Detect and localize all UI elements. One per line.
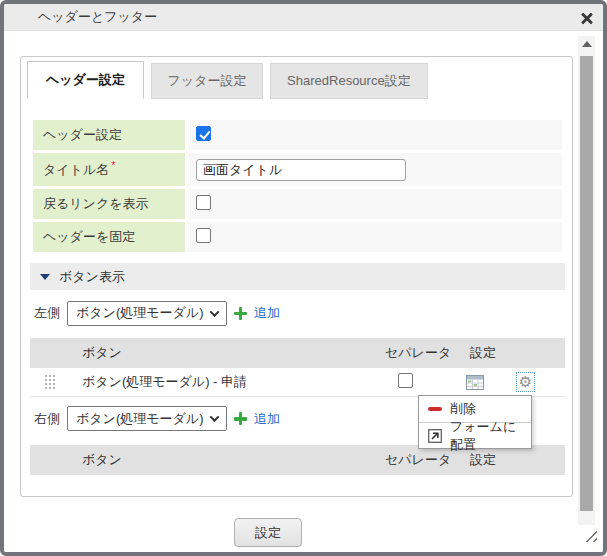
separator-checkbox[interactable] [398,373,413,388]
tab-sharedresource-settings[interactable]: SharedResource設定 [270,63,428,99]
delete-label: 削除 [450,400,476,418]
left-side-label: 左側 [34,304,60,322]
add-plus-icon [234,412,247,425]
chevron-down-icon [210,307,220,317]
button-display-header[interactable]: ボタン表示 [30,263,565,290]
fix-header-label: ヘッダーを固定 [33,222,185,252]
col-header-separator: セパレータ [378,338,460,368]
left-table-header-row: ボタン セパレータ 設定 [30,338,565,368]
title-name-input[interactable] [196,159,406,181]
left-side-config: 左側 ボタン(処理モーダル) 追加 [34,299,565,327]
right-side-label: 右側 [34,410,60,428]
form-row-title-name: タイトル名* [33,153,562,186]
tab-footer-settings[interactable]: フッター設定 [151,63,264,99]
form-row-fix-header: ヘッダーを固定 [33,222,562,252]
add-plus-icon [234,307,247,320]
drag-handle-icon[interactable] [44,374,56,390]
left-select-value: ボタン(処理モーダル) [76,304,204,322]
gear-icon[interactable]: ⚙ [518,374,533,390]
back-link-label: 戻るリンクを表示 [33,189,185,219]
col-header-separator: セパレータ [378,445,460,475]
right-select-value: ボタン(処理モーダル) [76,410,204,428]
required-mark: * [111,159,115,171]
header-setting-checkbox[interactable] [196,126,211,141]
header-setting-label: ヘッダー設定 [33,120,185,150]
place-on-form-label: フォームに配置 [450,418,522,454]
col-header-settings: 設定 [460,338,565,368]
delete-minus-icon [428,407,442,412]
external-link-icon [428,429,442,443]
resize-grip-icon[interactable] [584,529,597,542]
back-link-checkbox[interactable] [196,195,211,210]
form-row-back-link: 戻るリンクを表示 [33,189,562,219]
left-add-link[interactable]: 追加 [254,304,280,322]
right-button-select[interactable]: ボタン(処理モーダル) [67,406,227,431]
tab-header-settings[interactable]: ヘッダー設定 [27,61,144,99]
left-button-table: ボタン セパレータ 設定 [30,338,565,397]
close-icon[interactable] [580,11,594,25]
submit-settings-button[interactable]: 設定 [234,518,302,547]
scrollbar-thumb[interactable] [580,56,593,511]
form-row-header-setting: ヘッダー設定 [33,120,562,150]
dialog-title: ヘッダーとフッター [38,8,157,26]
header-settings-form: ヘッダー設定 タイトル名* 戻るリンクを表示 [30,117,565,255]
dialog-body: ヘッダー設定 フッター設定 SharedResource設定 ヘッダー設定 タイ… [4,32,603,552]
table-row: ボタン(処理モーダル) - 申請 [30,368,565,396]
scroll-up-arrow-icon[interactable] [582,41,592,47]
table-settings-icon[interactable] [466,375,484,390]
title-name-label: タイトル名 [43,163,109,178]
header-footer-dialog: ヘッダーとフッター ヘッダー設定 フッター設定 SharedResource設定… [0,0,607,556]
fix-header-checkbox[interactable] [196,228,211,243]
col-header-button: ボタン [70,338,378,368]
gear-context-menu: 削除 フォームに配置 [418,395,532,449]
menu-item-place-on-form[interactable]: フォームに配置 [419,422,531,448]
col-header-button: ボタン [70,445,378,475]
left-button-select[interactable]: ボタン(処理モーダル) [67,301,227,326]
button-row-name: ボタン(処理モーダル) - 申請 [70,368,378,396]
button-display-title: ボタン表示 [59,268,125,286]
chevron-down-icon [210,412,220,422]
scrollbar[interactable] [578,36,595,525]
right-add-link[interactable]: 追加 [254,410,280,428]
tab-strip: ヘッダー設定 フッター設定 SharedResource設定 [21,57,572,94]
dialog-titlebar[interactable]: ヘッダーとフッター [4,4,603,31]
collapse-triangle-icon [40,274,50,280]
